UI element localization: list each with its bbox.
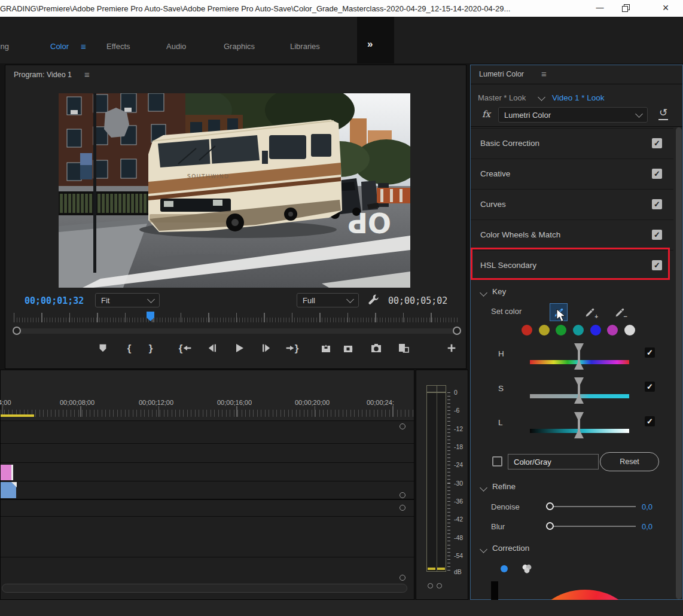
plus-icon bbox=[446, 343, 457, 353]
color-circles-icon[interactable] bbox=[521, 563, 533, 575]
program-video-frame[interactable]: SOUTHWIND OP bbox=[59, 93, 410, 288]
lumetri-panel-menu-icon[interactable]: ≡ bbox=[541, 69, 547, 78]
eyedropper-add-button[interactable]: + bbox=[581, 303, 599, 321]
tab-graphics[interactable]: Graphics bbox=[224, 42, 255, 51]
colorgray-value: Color/Gray bbox=[514, 458, 551, 466]
video-clip[interactable] bbox=[1, 465, 13, 480]
section-color-wheels[interactable]: Color Wheels & Match bbox=[471, 219, 673, 251]
effect-select[interactable]: Lumetri Color bbox=[498, 107, 648, 123]
timeline-ruler[interactable]: 04;00 00;00;08;00 00;00;12;00 00;00;16;0… bbox=[1, 370, 414, 420]
swatch-teal[interactable] bbox=[573, 325, 584, 336]
swatch-red[interactable] bbox=[522, 325, 532, 336]
track-separator bbox=[1, 420, 414, 421]
arrow-right-icon bbox=[285, 343, 295, 353]
mark-in-button[interactable]: { bbox=[121, 340, 138, 356]
meter-solo-right[interactable] bbox=[437, 583, 442, 588]
section-curves[interactable]: Curves bbox=[471, 189, 673, 220]
correction-header[interactable]: Correction bbox=[492, 544, 529, 553]
key-header[interactable]: Key bbox=[492, 287, 506, 296]
saturation-enable-checkbox[interactable] bbox=[645, 382, 655, 392]
lift-button[interactable] bbox=[318, 340, 334, 356]
effect-reset-button[interactable]: ↺ bbox=[658, 107, 668, 120]
eyedropper-remove-button[interactable]: − bbox=[611, 303, 629, 321]
swatch-yellow[interactable] bbox=[539, 325, 550, 336]
saturation-slider-handle[interactable] bbox=[574, 377, 584, 404]
close-button[interactable]: × bbox=[652, 1, 679, 16]
step-forward-button[interactable] bbox=[257, 340, 274, 356]
export-frame-button[interactable] bbox=[368, 340, 385, 356]
add-marker-button[interactable] bbox=[94, 340, 111, 356]
hue-enable-checkbox[interactable] bbox=[645, 347, 655, 358]
colorgray-select[interactable]: Color/Gray bbox=[508, 454, 599, 469]
track-resize-handle[interactable] bbox=[400, 423, 405, 429]
tab-color-menu-icon[interactable]: ≡ bbox=[81, 42, 86, 51]
track-resize-handle[interactable] bbox=[400, 575, 405, 581]
program-panel-menu-icon[interactable]: ≡ bbox=[84, 70, 90, 79]
go-to-out-button[interactable]: } bbox=[283, 340, 300, 356]
comparison-view-button[interactable] bbox=[395, 340, 412, 356]
zoom-level-select[interactable]: Fit bbox=[95, 293, 160, 307]
collapse-chevron-icon[interactable] bbox=[480, 289, 487, 297]
tab-effects[interactable]: Effects bbox=[106, 42, 130, 51]
section-creative[interactable]: Creative bbox=[471, 158, 673, 190]
blur-value[interactable]: 0,0 bbox=[642, 522, 652, 531]
program-zoom-handle-right[interactable] bbox=[453, 327, 461, 335]
denoise-slider-track[interactable] bbox=[552, 506, 636, 507]
rv-brand-text: SOUTHWIND bbox=[187, 173, 229, 179]
track-separator bbox=[1, 499, 414, 500]
tab-color[interactable]: Color bbox=[50, 42, 69, 51]
section-checkbox[interactable] bbox=[652, 169, 662, 179]
track-resize-handle[interactable] bbox=[400, 492, 405, 498]
tab-overflow-icon[interactable]: » bbox=[367, 38, 373, 50]
button-editor-button[interactable] bbox=[443, 340, 460, 356]
colorgray-checkbox[interactable] bbox=[492, 456, 502, 466]
hue-slider-handle[interactable] bbox=[574, 343, 584, 370]
denoise-slider-knob[interactable] bbox=[546, 502, 554, 510]
ruler-label: 00;00;16;00 bbox=[217, 399, 252, 406]
step-back-button[interactable] bbox=[205, 340, 221, 356]
section-checkbox[interactable] bbox=[652, 230, 662, 240]
reset-button[interactable]: Reset bbox=[600, 452, 659, 471]
refine-header[interactable]: Refine bbox=[492, 482, 516, 491]
tab-libraries[interactable]: Libraries bbox=[290, 42, 320, 51]
meter-bars[interactable] bbox=[426, 392, 446, 572]
timeline-scrollbar[interactable] bbox=[2, 584, 407, 593]
playback-resolution-select[interactable]: Full bbox=[297, 293, 359, 307]
go-to-in-button[interactable]: { bbox=[177, 340, 194, 356]
chevron-down-icon[interactable] bbox=[538, 93, 545, 101]
collapse-chevron-icon[interactable] bbox=[480, 484, 487, 492]
luma-slider-handle[interactable] bbox=[574, 412, 584, 438]
minimize-button[interactable]: — bbox=[586, 1, 614, 16]
extract-button[interactable] bbox=[340, 340, 356, 356]
current-timecode[interactable]: 00;00;01;32 bbox=[25, 295, 84, 306]
section-basic-correction[interactable]: Basic Correction bbox=[471, 128, 673, 159]
restore-button[interactable] bbox=[622, 4, 629, 11]
collapse-chevron-icon[interactable] bbox=[480, 545, 487, 553]
blur-slider-track[interactable] bbox=[552, 526, 636, 527]
swatch-white[interactable] bbox=[624, 325, 635, 336]
program-zoom-handle-left[interactable] bbox=[13, 327, 21, 335]
correction-color-radio[interactable] bbox=[501, 565, 508, 572]
clip-look-label[interactable]: Video 1 * Look bbox=[552, 93, 605, 102]
program-zoom-bar[interactable] bbox=[17, 328, 458, 334]
tab-editing[interactable]: ting bbox=[0, 42, 9, 51]
denoise-value[interactable]: 0,0 bbox=[642, 502, 652, 511]
swatch-magenta[interactable] bbox=[607, 325, 618, 336]
mark-out-button[interactable]: } bbox=[142, 340, 159, 356]
play-icon bbox=[233, 342, 245, 354]
correction-intensity-bar[interactable] bbox=[491, 581, 498, 600]
lumetri-scrollbar[interactable] bbox=[676, 127, 682, 599]
luma-enable-checkbox[interactable] bbox=[645, 416, 655, 426]
section-checkbox[interactable] bbox=[652, 138, 662, 148]
program-panel-title: Program: Video 1 bbox=[14, 71, 72, 79]
effect-select-value: Lumetri Color bbox=[504, 111, 551, 120]
settings-wrench-button[interactable] bbox=[368, 294, 380, 306]
play-button[interactable] bbox=[231, 340, 248, 356]
track-resize-handle[interactable] bbox=[400, 505, 405, 511]
swatch-green[interactable] bbox=[556, 325, 566, 336]
tab-audio[interactable]: Audio bbox=[166, 42, 186, 51]
swatch-blue[interactable] bbox=[590, 325, 601, 336]
blur-slider-knob[interactable] bbox=[546, 522, 554, 530]
meter-solo-left[interactable] bbox=[428, 583, 433, 588]
section-checkbox[interactable] bbox=[652, 199, 662, 209]
